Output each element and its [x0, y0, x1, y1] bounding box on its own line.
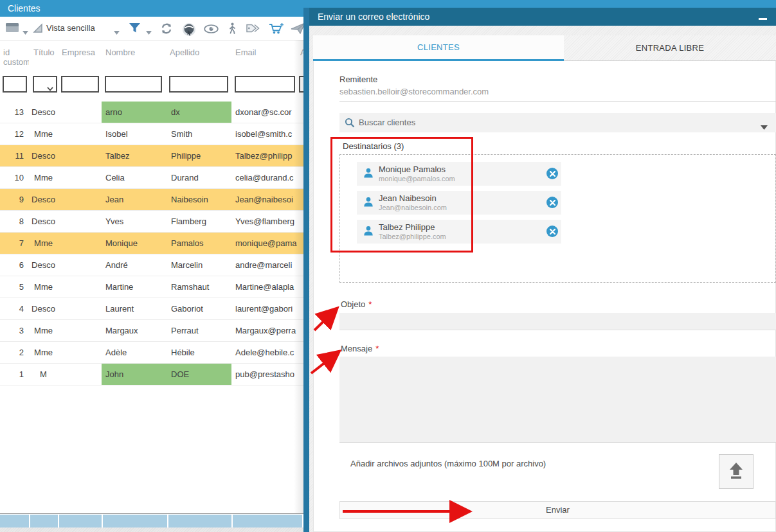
cell-apellido: Gaboriot [167, 298, 231, 319]
recipient-chip: Talbez Philippe Talbez@philippe.com [357, 220, 561, 244]
footer-cell [0, 515, 29, 528]
search-icon [345, 118, 355, 130]
walker-icon[interactable] [227, 22, 237, 37]
cell-id: 10 [0, 167, 29, 188]
remove-recipient-icon[interactable] [546, 168, 558, 179]
view-selector-label[interactable]: Vista sencilla [46, 23, 95, 33]
table-row[interactable]: 6DescoAndréMarcelinandre@marceli [0, 254, 304, 276]
cell-titulo: Mme [29, 276, 58, 297]
table-row[interactable]: 5MmeMartineRamshautMartine@alapla [0, 276, 304, 298]
filter-input-email[interactable] [235, 76, 295, 93]
remove-recipient-icon[interactable] [546, 197, 558, 208]
subject-input[interactable] [339, 313, 776, 330]
grid-rows: 13Descoarnodxdxonar@sc.cor12MmeIsobelSmi… [0, 102, 304, 386]
modal-title: Enviar un correo electrónico [309, 8, 776, 26]
cart-icon[interactable] [269, 22, 284, 37]
cell-nombre: Isobel [102, 123, 167, 145]
cell-titulo: Mme [29, 342, 58, 363]
cell-empresa [58, 320, 102, 341]
footer-cell [30, 515, 58, 528]
chevron-down-icon[interactable] [761, 121, 768, 132]
column-header-empresa[interactable]: Empresa [58, 40, 102, 72]
send-icon[interactable] [291, 22, 304, 37]
cell-nombre: Yves [102, 211, 167, 232]
sender-label: Remitente [339, 75, 377, 84]
tag-icon[interactable] [245, 22, 260, 37]
table-row[interactable]: 3MmeMargauxPerrautMargaux@perra [0, 320, 304, 342]
cell-id: 5 [0, 276, 29, 297]
cell-empresa [58, 298, 102, 319]
cell-titulo: Mme [29, 233, 58, 254]
cell-nombre: Celia [102, 167, 167, 188]
message-textarea[interactable] [339, 357, 776, 443]
required-marker: * [375, 344, 379, 353]
table-row[interactable]: 9DescoJeanNaibesoinJean@naibesoi [0, 189, 304, 211]
cell-titulo: M [29, 364, 58, 385]
attachments-label: Añadir archivos adjuntos (máximo 100M po… [350, 459, 546, 468]
filter-input-apellido[interactable] [169, 76, 228, 93]
modal-tabbar: CLIENTES ENTRADA LIBRE [313, 35, 776, 61]
cell-apellido: Philippe [167, 145, 231, 166]
cell-empresa [58, 276, 102, 297]
filter-icon[interactable] [129, 22, 141, 36]
column-header-id[interactable]: id custom [0, 40, 29, 72]
modal-header[interactable]: Enviar un correo electrónico [309, 8, 776, 26]
cell-nombre: Martine [102, 276, 167, 297]
cell-nombre: Adèle [102, 342, 167, 363]
cell-apellido: Smith [167, 123, 231, 145]
send-button[interactable]: Enviar [339, 501, 776, 519]
refresh-icon[interactable] [160, 22, 173, 37]
chevron-down-icon[interactable] [23, 26, 28, 37]
table-row[interactable]: 8DescoYvesFlambergYves@flamberg [0, 211, 304, 233]
cell-id: 3 [0, 320, 29, 341]
cell-apellido: Hébile [167, 342, 231, 363]
table-row[interactable]: 11DescoTalbezPhilippeTalbez@philipp [0, 145, 304, 167]
client-search-combo[interactable]: Buscar clientes [339, 113, 776, 132]
filter-input-empresa[interactable] [61, 76, 99, 93]
recipient-email: Talbez@philippe.com [379, 233, 446, 240]
eye-icon[interactable] [204, 24, 219, 36]
recipients-label: Destinatarios (3) [343, 141, 404, 151]
setsquare-icon[interactable] [32, 22, 44, 37]
panel-edge-shade [294, 40, 304, 513]
filter-select-titulo[interactable] [33, 76, 57, 93]
cell-empresa [58, 364, 102, 385]
cell-empresa [58, 167, 102, 188]
filter-input-nombre[interactable] [105, 76, 162, 93]
remove-recipient-icon[interactable] [546, 226, 558, 237]
web-icon[interactable] [182, 22, 196, 39]
tab-entrada-libre[interactable]: ENTRADA LIBRE [564, 35, 776, 61]
cell-apellido: Naibesoin [167, 189, 231, 210]
minimize-icon[interactable] [759, 18, 767, 20]
column-header-apellido[interactable]: Apellido [167, 40, 231, 72]
cell-nombre: John [102, 364, 167, 385]
column-header-nombre[interactable]: Nombre [102, 40, 167, 72]
cell-titulo: Desco [29, 211, 58, 232]
cell-id: 1 [0, 364, 29, 385]
grid-bottom-strip [0, 528, 304, 532]
cell-titulo: Desco [29, 254, 58, 276]
window-icon[interactable] [5, 22, 19, 35]
table-row[interactable]: 13Descoarnodxdxonar@sc.cor [0, 102, 304, 123]
filter-input-id[interactable] [3, 76, 27, 93]
cell-id: 8 [0, 211, 29, 232]
table-row[interactable]: 12MmeIsobelSmithisobel@smith.c [0, 123, 304, 145]
upload-attachment-button[interactable] [719, 454, 753, 489]
table-row[interactable]: 1MJohnDOEpub@prestasho [0, 364, 304, 386]
table-row[interactable]: 7MmeMoniquePamalosmonique@pama [0, 233, 304, 254]
table-row[interactable]: 4DescoLaurentGaboriotlaurent@gabori [0, 298, 304, 320]
cell-nombre: André [102, 254, 167, 276]
recipient-name: Monique Pamalos [379, 164, 446, 174]
cell-empresa [58, 145, 102, 166]
cell-empresa [58, 102, 102, 123]
cell-nombre: Laurent [102, 298, 167, 319]
chevron-down-icon[interactable] [146, 26, 152, 37]
table-row[interactable]: 10MmeCeliaDurandcelia@durand.c [0, 167, 304, 189]
cell-titulo: Desco [29, 189, 58, 210]
cell-empresa [58, 342, 102, 363]
tab-clientes[interactable]: CLIENTES [313, 35, 564, 61]
table-row[interactable]: 2MmeAdèleHébileAdele@hebile.c [0, 342, 304, 364]
grid-filter-row [0, 72, 304, 102]
chevron-down-icon[interactable] [114, 26, 120, 37]
column-header-titulo[interactable]: Título [29, 40, 58, 72]
